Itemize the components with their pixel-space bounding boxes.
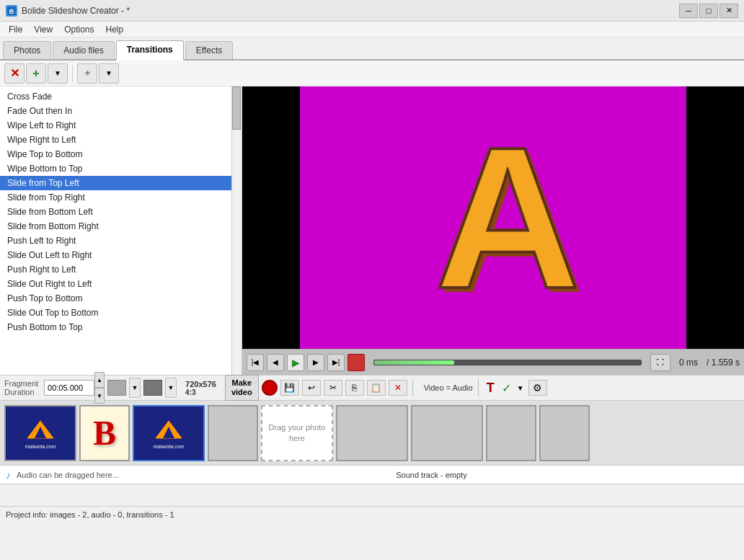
make-video-button[interactable]: Makevideo [225,375,259,401]
preview-black-left [242,86,300,349]
transition-item-14[interactable]: Push Top to Bottom [0,291,242,306]
preview-magenta: A [300,86,686,349]
text-tool-button[interactable]: T [484,381,497,396]
confirm-arrow[interactable]: ▼ [515,384,526,392]
extra-button[interactable]: ⚙ [528,380,547,396]
tab-effects[interactable]: Effects [185,41,233,59]
transition-item-10[interactable]: Push Left to Right [0,234,242,248]
aspect-label: 4:3 [185,388,216,396]
close-button[interactable]: ✕ [719,4,738,18]
filmstrip: malavida.com B malavida.com Drag your ph… [0,401,744,466]
transition-item-0[interactable]: Cross Fade [0,89,242,104]
transition-item-9[interactable]: Slide from Bottom Right [0,219,242,234]
sound-track-label: Sound track - empty [125,471,738,479]
skip-end-button[interactable]: ▶| [327,354,345,371]
confirm-button[interactable]: ✓ [500,381,513,395]
color2-dropdown[interactable]: ▼ [165,378,177,398]
star-arrow-button[interactable]: ▼ [99,63,119,84]
transition-item-8[interactable]: Slide from Bottom Left [0,205,242,219]
transitions-list[interactable]: Cross FadeFade Out then InWipe Left to R… [0,86,242,337]
paste-button[interactable]: 📋 [367,380,386,396]
filmstrip-thumb-9[interactable] [539,405,590,461]
duration-label: Duration [4,388,38,396]
undo-button[interactable]: ↩ [302,380,321,396]
maximize-button[interactable]: □ [699,4,718,18]
transition-item-4[interactable]: Wipe Top to Bottom [0,147,242,161]
progress-bar[interactable] [373,360,642,365]
prev-frame-button[interactable]: ◀ [267,354,284,371]
audio-bar: ♪ Audio can be dragged here... Sound tra… [0,466,744,484]
transition-item-5[interactable]: Wipe Bottom to Top [0,161,242,176]
fullscreen-button[interactable]: ⛶ [650,354,670,371]
app-icon: B [6,5,17,17]
audio-drag-text: Audio can be dragged here... [17,471,119,479]
transitions-toolbar: ✕ + ▼ ✦ ▼ [0,61,744,86]
skip-start-button[interactable]: |◀ [247,354,264,371]
spin-controls: ▲ ▼ [94,372,105,404]
add-arrow-button[interactable]: ▼ [48,63,68,84]
filmstrip-thumb-8[interactable] [486,405,536,461]
filmstrip-thumb-drag[interactable]: Drag your photo here [261,405,333,461]
title-bar: B Bolide Slideshow Creator - * ─ □ ✕ [0,0,744,22]
transition-item-16[interactable]: Push Bottom to Top [0,320,242,334]
color-box-1[interactable] [107,380,126,396]
spin-down-button[interactable]: ▼ [94,388,105,404]
menu-help[interactable]: Help [100,23,130,36]
preview-canvas: A [242,86,744,349]
add-button[interactable]: + [26,63,46,84]
color-box-2[interactable] [143,380,162,396]
copy-button[interactable]: ⎘ [345,380,364,396]
transition-item-1[interactable]: Fade Out then In [0,104,242,118]
menu-bar: File View Options Help [0,22,744,37]
transition-item-12[interactable]: Push Right to Left [0,262,242,277]
menu-options[interactable]: Options [58,23,99,36]
b-letter: B [93,413,116,453]
play-button[interactable]: ▶ [287,354,304,371]
malavida-content-1: malavida.com [6,406,75,460]
menu-view[interactable]: View [28,23,58,36]
video-preview: A [242,86,744,349]
filmstrip-thumb-6[interactable] [336,405,408,461]
color-dropdown[interactable]: ▼ [129,378,141,398]
status-text: Project info: images - 2, audio - 0, tra… [6,510,174,519]
preview-panel: A |◀ ◀ ▶ ▶ ▶| ⛶ 0 ms / 1.559 s [242,86,744,375]
main-area: Cross FadeFade Out then InWipe Left to R… [0,86,744,375]
resolution-label: 720x576 [185,380,216,388]
filmstrip-thumb-4[interactable] [208,405,258,461]
window-controls: ─ □ ✕ [679,4,738,18]
transition-item-13[interactable]: Slide Out Right to Left [0,277,242,291]
transition-item-6[interactable]: Slide from Top Left [0,176,242,190]
window-title: Bolide Slideshow Creator - * [22,6,679,16]
filmstrip-thumb-1[interactable]: malavida.com [4,405,76,461]
time-input[interactable] [44,380,94,396]
transition-item-7[interactable]: Slide from Top Right [0,190,242,205]
transition-item-15[interactable]: Slide Out Top to Bottom [0,306,242,320]
record-button[interactable] [262,380,278,396]
video-audio-label: Video = Audio [424,383,473,392]
menu-file[interactable]: File [3,23,28,36]
star-button[interactable]: ✦ [77,63,97,84]
save-button[interactable]: 💾 [280,380,299,396]
tab-audio-files[interactable]: Audio files [53,41,114,59]
stop-button[interactable] [347,354,365,371]
scrollbar-thumb[interactable] [232,86,241,130]
time-current: 0 ms [679,357,698,368]
tab-bar: Photos Audio files Transitions Effects [0,37,744,61]
minimize-button[interactable]: ─ [679,4,698,18]
scrollbar-track[interactable] [231,86,242,375]
transition-item-11[interactable]: Slide Out Left to Right [0,248,242,262]
filmstrip-thumb-7[interactable] [411,405,483,461]
transition-item-3[interactable]: Wipe Right to Left [0,133,242,147]
filmstrip-thumb-2[interactable]: B [79,405,130,461]
delete-button[interactable]: ✕ [4,63,25,84]
delete-item-button[interactable]: ✕ [389,380,407,396]
filmstrip-thumb-3[interactable]: malavida.com [133,405,205,461]
tab-transitions[interactable]: Transitions [116,40,184,61]
drag-text: Drag your photo here [262,422,332,443]
preview-black-right [686,86,744,349]
cut-button[interactable]: ✂ [324,380,342,396]
tab-photos[interactable]: Photos [3,41,51,59]
transition-item-2[interactable]: Wipe Left to Right [0,118,242,133]
next-frame-button[interactable]: ▶ [307,354,324,371]
resolution-info: 720x576 4:3 [185,380,216,396]
